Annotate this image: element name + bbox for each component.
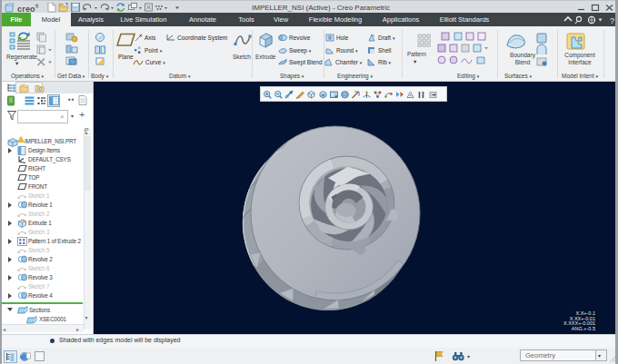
svg-text:?: ? — [610, 16, 614, 25]
